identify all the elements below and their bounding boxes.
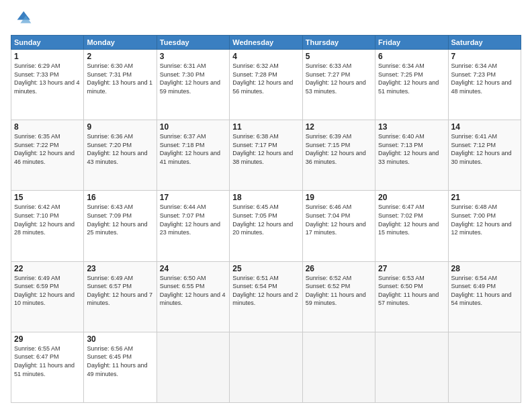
sunset-info: Sunset: 7:17 PM <box>232 141 299 150</box>
day-number: 20 <box>378 193 445 202</box>
day-info: Sunrise: 6:37 AM Sunset: 7:18 PM Dayligh… <box>160 132 226 166</box>
sunset-info: Sunset: 7:09 PM <box>87 212 153 220</box>
calendar-week-row: 1 Sunrise: 6:29 AM Sunset: 7:33 PM Dayli… <box>11 50 521 120</box>
daylight-info: Daylight: 12 hours and 51 minutes. <box>378 79 445 95</box>
calendar-day-cell: 13 Sunrise: 6:40 AM Sunset: 7:13 PM Dayl… <box>375 120 448 191</box>
day-number: 5 <box>306 52 372 61</box>
calendar-day-cell: 2 Sunrise: 6:30 AM Sunset: 7:31 PM Dayli… <box>84 50 157 120</box>
sunset-info: Sunset: 7:33 PM <box>14 71 81 79</box>
header <box>11 8 521 30</box>
day-number: 21 <box>451 193 518 202</box>
daylight-info: Daylight: 12 hours and 17 minutes. <box>306 220 372 237</box>
day-number: 22 <box>14 264 81 273</box>
sunrise-info: Sunrise: 6:56 AM <box>87 345 153 353</box>
sunset-info: Sunset: 6:50 PM <box>378 282 445 291</box>
sunset-info: Sunset: 7:31 PM <box>87 71 153 79</box>
sunrise-info: Sunrise: 6:46 AM <box>306 203 372 212</box>
calendar-day-cell: 19 Sunrise: 6:46 AM Sunset: 7:04 PM Dayl… <box>302 191 375 261</box>
daylight-info: Daylight: 12 hours and 59 minutes. <box>160 79 226 95</box>
day-info: Sunrise: 6:40 AM Sunset: 7:13 PM Dayligh… <box>378 132 445 166</box>
day-info: Sunrise: 6:33 AM Sunset: 7:27 PM Dayligh… <box>306 62 372 95</box>
sunset-info: Sunset: 6:57 PM <box>87 282 153 291</box>
day-info: Sunrise: 6:51 AM Sunset: 6:54 PM Dayligh… <box>232 274 299 308</box>
sunrise-info: Sunrise: 6:32 AM <box>232 62 299 71</box>
sunset-info: Sunset: 7:12 PM <box>451 141 518 150</box>
day-number: 23 <box>87 264 153 273</box>
sunrise-info: Sunrise: 6:40 AM <box>378 132 445 141</box>
day-info: Sunrise: 6:56 AM Sunset: 6:45 PM Dayligh… <box>87 345 153 378</box>
logo-icon <box>11 8 32 30</box>
calendar-day-cell: 16 Sunrise: 6:43 AM Sunset: 7:09 PM Dayl… <box>84 191 157 261</box>
calendar-day-cell: 28 Sunrise: 6:54 AM Sunset: 6:49 PM Dayl… <box>448 261 521 332</box>
calendar-day-cell: 11 Sunrise: 6:38 AM Sunset: 7:17 PM Dayl… <box>230 120 302 191</box>
calendar-header-saturday: Saturday <box>448 36 521 50</box>
sunset-info: Sunset: 7:28 PM <box>232 71 299 79</box>
day-number: 8 <box>14 122 81 132</box>
daylight-info: Daylight: 12 hours and 41 minutes. <box>160 149 226 166</box>
calendar-day-cell: 20 Sunrise: 6:47 AM Sunset: 7:02 PM Dayl… <box>375 191 448 261</box>
day-info: Sunrise: 6:49 AM Sunset: 6:57 PM Dayligh… <box>87 274 153 308</box>
day-number: 11 <box>232 122 299 132</box>
day-info: Sunrise: 6:29 AM Sunset: 7:33 PM Dayligh… <box>14 62 81 95</box>
calendar-header-row: SundayMondayTuesdayWednesdayThursdayFrid… <box>11 36 521 50</box>
calendar-header-friday: Friday <box>375 36 448 50</box>
day-number: 14 <box>451 122 518 132</box>
calendar-day-cell <box>448 332 521 402</box>
sunrise-info: Sunrise: 6:49 AM <box>87 274 153 283</box>
day-number: 18 <box>232 193 299 202</box>
calendar-day-cell: 7 Sunrise: 6:34 AM Sunset: 7:23 PM Dayli… <box>448 50 521 120</box>
day-number: 29 <box>14 334 81 344</box>
calendar-day-cell: 27 Sunrise: 6:53 AM Sunset: 6:50 PM Dayl… <box>375 261 448 332</box>
day-number: 30 <box>87 334 153 344</box>
sunrise-info: Sunrise: 6:37 AM <box>160 132 226 141</box>
daylight-info: Daylight: 12 hours and 48 minutes. <box>451 79 518 95</box>
daylight-info: Daylight: 12 hours and 56 minutes. <box>232 79 299 95</box>
daylight-info: Daylight: 13 hours and 4 minutes. <box>14 79 81 95</box>
day-number: 17 <box>160 193 226 202</box>
day-info: Sunrise: 6:41 AM Sunset: 7:12 PM Dayligh… <box>451 132 518 166</box>
calendar-day-cell: 29 Sunrise: 6:55 AM Sunset: 6:47 PM Dayl… <box>11 332 84 402</box>
calendar-week-row: 8 Sunrise: 6:35 AM Sunset: 7:22 PM Dayli… <box>11 120 521 191</box>
day-info: Sunrise: 6:44 AM Sunset: 7:07 PM Dayligh… <box>160 203 226 236</box>
day-info: Sunrise: 6:34 AM Sunset: 7:23 PM Dayligh… <box>451 62 518 95</box>
day-number: 6 <box>378 52 445 61</box>
day-number: 13 <box>378 122 445 132</box>
day-info: Sunrise: 6:32 AM Sunset: 7:28 PM Dayligh… <box>232 62 299 95</box>
daylight-info: Daylight: 11 hours and 49 minutes. <box>87 361 153 378</box>
sunrise-info: Sunrise: 6:55 AM <box>14 345 81 353</box>
daylight-info: Daylight: 12 hours and 38 minutes. <box>232 149 299 166</box>
daylight-info: Daylight: 11 hours and 54 minutes. <box>451 291 518 308</box>
page: SundayMondayTuesdayWednesdayThursdayFrid… <box>0 0 532 411</box>
calendar-day-cell: 3 Sunrise: 6:31 AM Sunset: 7:30 PM Dayli… <box>157 50 229 120</box>
sunset-info: Sunset: 6:59 PM <box>14 282 81 291</box>
sunset-info: Sunset: 6:52 PM <box>306 282 372 291</box>
day-number: 19 <box>306 193 372 202</box>
logo <box>11 8 35 30</box>
sunrise-info: Sunrise: 6:45 AM <box>232 203 299 212</box>
calendar-week-row: 22 Sunrise: 6:49 AM Sunset: 6:59 PM Dayl… <box>11 261 521 332</box>
day-number: 4 <box>232 52 299 61</box>
sunrise-info: Sunrise: 6:30 AM <box>87 62 153 71</box>
day-info: Sunrise: 6:50 AM Sunset: 6:55 PM Dayligh… <box>160 274 226 308</box>
sunrise-info: Sunrise: 6:42 AM <box>14 203 81 212</box>
calendar-day-cell <box>157 332 229 402</box>
day-info: Sunrise: 6:30 AM Sunset: 7:31 PM Dayligh… <box>87 62 153 95</box>
calendar-day-cell: 4 Sunrise: 6:32 AM Sunset: 7:28 PM Dayli… <box>230 50 302 120</box>
calendar-day-cell: 18 Sunrise: 6:45 AM Sunset: 7:05 PM Dayl… <box>230 191 302 261</box>
sunset-info: Sunset: 6:54 PM <box>232 282 299 291</box>
day-number: 9 <box>87 122 153 132</box>
calendar-day-cell: 1 Sunrise: 6:29 AM Sunset: 7:33 PM Dayli… <box>11 50 84 120</box>
day-number: 1 <box>14 52 81 61</box>
day-number: 2 <box>87 52 153 61</box>
sunset-info: Sunset: 7:10 PM <box>14 212 81 220</box>
sunset-info: Sunset: 7:13 PM <box>378 141 445 150</box>
day-info: Sunrise: 6:45 AM Sunset: 7:05 PM Dayligh… <box>232 203 299 236</box>
day-info: Sunrise: 6:54 AM Sunset: 6:49 PM Dayligh… <box>451 274 518 308</box>
daylight-info: Daylight: 12 hours and 46 minutes. <box>14 149 81 166</box>
sunrise-info: Sunrise: 6:49 AM <box>14 274 81 283</box>
day-number: 27 <box>378 264 445 273</box>
day-info: Sunrise: 6:55 AM Sunset: 6:47 PM Dayligh… <box>14 345 81 378</box>
calendar-table: SundayMondayTuesdayWednesdayThursdayFrid… <box>11 35 521 403</box>
day-number: 24 <box>160 264 226 273</box>
calendar-day-cell: 12 Sunrise: 6:39 AM Sunset: 7:15 PM Dayl… <box>302 120 375 191</box>
